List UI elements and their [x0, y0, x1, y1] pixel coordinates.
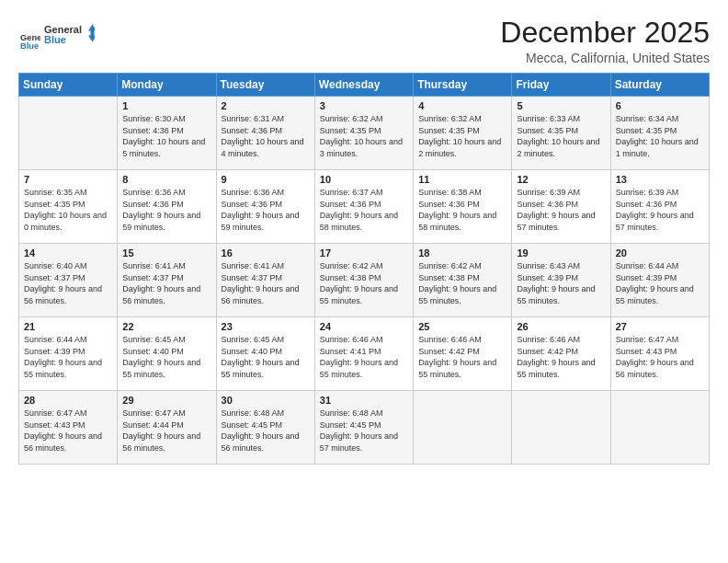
day-number: 9 [222, 174, 310, 185]
day-info: Sunrise: 6:38 AMSunset: 4:36 PMDaylight:… [418, 187, 506, 233]
table-row: 3Sunrise: 6:32 AMSunset: 4:35 PMDaylight… [314, 97, 413, 170]
page: General Blue General Blue December 2025 … [0, 0, 728, 563]
day-info: Sunrise: 6:36 AMSunset: 4:36 PMDaylight:… [222, 187, 310, 233]
day-number: 6 [616, 100, 704, 111]
day-info: Sunrise: 6:46 AMSunset: 4:42 PMDaylight:… [418, 334, 506, 380]
day-number: 23 [222, 321, 310, 332]
table-row: 25Sunrise: 6:46 AMSunset: 4:42 PMDayligh… [414, 317, 512, 391]
table-row: 21Sunrise: 6:44 AMSunset: 4:39 PMDayligh… [19, 317, 118, 391]
day-number: 20 [616, 247, 704, 259]
svg-text:Blue: Blue [44, 34, 66, 45]
day-number: 3 [320, 100, 408, 111]
day-number: 19 [517, 247, 605, 259]
table-row: 16Sunrise: 6:41 AMSunset: 4:37 PMDayligh… [216, 244, 314, 317]
calendar-subtitle: Mecca, California, United States [500, 51, 710, 65]
day-info: Sunrise: 6:32 AMSunset: 4:35 PMDaylight:… [418, 113, 506, 159]
day-info: Sunrise: 6:45 AMSunset: 4:40 PMDaylight:… [122, 334, 210, 380]
calendar-week-3: 14Sunrise: 6:40 AMSunset: 4:37 PMDayligh… [19, 244, 710, 317]
col-friday: Friday [512, 74, 610, 97]
col-wednesday: Wednesday [314, 74, 413, 97]
day-number: 17 [320, 247, 408, 259]
calendar-table: Sunday Monday Tuesday Wednesday Thursday… [18, 73, 710, 465]
calendar-week-5: 28Sunrise: 6:47 AMSunset: 4:43 PMDayligh… [19, 391, 710, 465]
day-info: Sunrise: 6:31 AMSunset: 4:36 PMDaylight:… [222, 113, 310, 159]
table-row: 10Sunrise: 6:37 AMSunset: 4:36 PMDayligh… [314, 170, 413, 244]
table-row: 12Sunrise: 6:39 AMSunset: 4:36 PMDayligh… [512, 170, 610, 244]
table-row: 5Sunrise: 6:33 AMSunset: 4:35 PMDaylight… [512, 97, 610, 170]
table-row: 29Sunrise: 6:47 AMSunset: 4:44 PMDayligh… [118, 391, 216, 465]
day-number: 1 [122, 100, 210, 111]
day-number: 27 [616, 321, 704, 332]
day-info: Sunrise: 6:44 AMSunset: 4:39 PMDaylight:… [24, 334, 112, 380]
svg-marker-5 [88, 25, 95, 42]
day-info: Sunrise: 6:39 AMSunset: 4:36 PMDaylight:… [517, 187, 605, 233]
day-info: Sunrise: 6:48 AMSunset: 4:45 PMDaylight:… [222, 408, 310, 454]
day-info: Sunrise: 6:47 AMSunset: 4:43 PMDaylight:… [616, 334, 704, 380]
day-number: 29 [122, 395, 210, 406]
day-number: 10 [320, 174, 408, 185]
day-info: Sunrise: 6:43 AMSunset: 4:39 PMDaylight:… [517, 260, 605, 306]
day-number: 31 [320, 395, 408, 406]
table-row: 9Sunrise: 6:36 AMSunset: 4:36 PMDaylight… [216, 170, 314, 244]
day-number: 14 [24, 247, 112, 259]
day-info: Sunrise: 6:39 AMSunset: 4:36 PMDaylight:… [616, 187, 704, 233]
day-number: 26 [517, 321, 605, 332]
logo-icon: General Blue [20, 31, 40, 52]
logo: General Blue General Blue [18, 17, 95, 55]
day-number: 4 [418, 100, 506, 111]
table-row [610, 391, 709, 465]
day-info: Sunrise: 6:46 AMSunset: 4:42 PMDaylight:… [517, 334, 605, 380]
calendar-week-4: 21Sunrise: 6:44 AMSunset: 4:39 PMDayligh… [19, 317, 710, 391]
table-row: 24Sunrise: 6:46 AMSunset: 4:41 PMDayligh… [314, 317, 413, 391]
table-row: 28Sunrise: 6:47 AMSunset: 4:43 PMDayligh… [19, 391, 118, 465]
calendar-week-1: 1Sunrise: 6:30 AMSunset: 4:36 PMDaylight… [19, 97, 710, 170]
day-number: 16 [222, 247, 310, 259]
day-info: Sunrise: 6:41 AMSunset: 4:37 PMDaylight:… [122, 260, 210, 306]
day-info: Sunrise: 6:42 AMSunset: 4:38 PMDaylight:… [320, 260, 408, 306]
day-number: 24 [320, 321, 408, 332]
table-row: 20Sunrise: 6:44 AMSunset: 4:39 PMDayligh… [610, 244, 709, 317]
day-info: Sunrise: 6:41 AMSunset: 4:37 PMDaylight:… [222, 260, 310, 306]
table-row: 4Sunrise: 6:32 AMSunset: 4:35 PMDaylight… [414, 97, 512, 170]
table-row: 31Sunrise: 6:48 AMSunset: 4:45 PMDayligh… [314, 391, 413, 465]
day-info: Sunrise: 6:40 AMSunset: 4:37 PMDaylight:… [24, 260, 112, 306]
table-row: 22Sunrise: 6:45 AMSunset: 4:40 PMDayligh… [118, 317, 216, 391]
day-info: Sunrise: 6:42 AMSunset: 4:38 PMDaylight:… [418, 260, 506, 306]
table-row: 17Sunrise: 6:42 AMSunset: 4:38 PMDayligh… [314, 244, 413, 317]
day-info: Sunrise: 6:34 AMSunset: 4:35 PMDaylight:… [616, 113, 704, 159]
day-info: Sunrise: 6:47 AMSunset: 4:44 PMDaylight:… [122, 408, 210, 454]
day-info: Sunrise: 6:45 AMSunset: 4:40 PMDaylight:… [222, 334, 310, 380]
day-number: 8 [122, 174, 210, 185]
table-row: 23Sunrise: 6:45 AMSunset: 4:40 PMDayligh… [216, 317, 314, 391]
table-row [19, 97, 118, 170]
day-number: 22 [122, 321, 210, 332]
logo-svg: General Blue [44, 17, 95, 52]
calendar-title: December 2025 [500, 17, 710, 49]
day-number: 21 [24, 321, 112, 332]
day-info: Sunrise: 6:44 AMSunset: 4:39 PMDaylight:… [616, 260, 704, 306]
table-row: 27Sunrise: 6:47 AMSunset: 4:43 PMDayligh… [610, 317, 709, 391]
table-row: 2Sunrise: 6:31 AMSunset: 4:36 PMDaylight… [216, 97, 314, 170]
table-row: 13Sunrise: 6:39 AMSunset: 4:36 PMDayligh… [610, 170, 709, 244]
table-row: 14Sunrise: 6:40 AMSunset: 4:37 PMDayligh… [19, 244, 118, 317]
day-number: 13 [616, 174, 704, 185]
day-info: Sunrise: 6:37 AMSunset: 4:36 PMDaylight:… [320, 187, 408, 233]
header-row: Sunday Monday Tuesday Wednesday Thursday… [19, 74, 710, 97]
day-info: Sunrise: 6:33 AMSunset: 4:35 PMDaylight:… [517, 113, 605, 159]
calendar-week-2: 7Sunrise: 6:35 AMSunset: 4:35 PMDaylight… [19, 170, 710, 244]
title-area: December 2025 Mecca, California, United … [500, 17, 710, 65]
col-sunday: Sunday [19, 74, 118, 97]
day-info: Sunrise: 6:48 AMSunset: 4:45 PMDaylight:… [320, 408, 408, 454]
day-info: Sunrise: 6:46 AMSunset: 4:41 PMDaylight:… [320, 334, 408, 380]
col-monday: Monday [118, 74, 216, 97]
day-number: 28 [24, 395, 112, 406]
day-number: 15 [122, 247, 210, 259]
day-info: Sunrise: 6:47 AMSunset: 4:43 PMDaylight:… [24, 408, 112, 454]
col-saturday: Saturday [610, 74, 709, 97]
table-row: 30Sunrise: 6:48 AMSunset: 4:45 PMDayligh… [216, 391, 314, 465]
svg-text:General: General [44, 24, 82, 35]
table-row: 8Sunrise: 6:36 AMSunset: 4:36 PMDaylight… [118, 170, 216, 244]
table-row: 1Sunrise: 6:30 AMSunset: 4:36 PMDaylight… [118, 97, 216, 170]
day-info: Sunrise: 6:32 AMSunset: 4:35 PMDaylight:… [320, 113, 408, 159]
day-info: Sunrise: 6:30 AMSunset: 4:36 PMDaylight:… [122, 113, 210, 159]
